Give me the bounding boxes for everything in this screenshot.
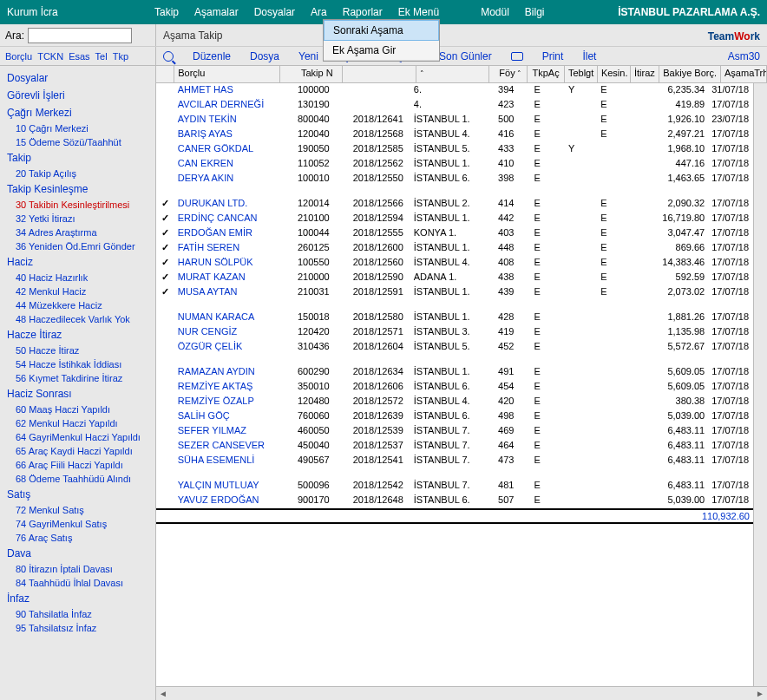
sidebar-hdr[interactable]: Dava [0, 545, 155, 562]
row-check[interactable]: ✓ [156, 212, 174, 226]
sidebar-item[interactable]: 90 Tahsilatla İnfaz [0, 607, 155, 621]
menu-ekmenu[interactable]: Ek Menü [398, 6, 439, 18]
col-teblgt[interactable]: Teblgt [565, 66, 598, 82]
filter-borclu[interactable]: Borçlu [5, 51, 32, 62]
row-name[interactable]: ERDİNÇ CANCAN [174, 212, 278, 226]
row-name[interactable]: DERYA AKIN [174, 172, 278, 186]
row-check[interactable] [156, 380, 174, 395]
table-row[interactable]: YAVUZ ERDOĞAN9001702018/12648İSTANBUL 6.… [156, 494, 753, 508]
sidebar-hdr[interactable]: Görevli İşleri [0, 87, 155, 104]
row-check[interactable] [156, 311, 174, 325]
row-check[interactable] [156, 454, 174, 468]
row-name[interactable]: AYDIN TEKİN [174, 113, 278, 128]
col-foy[interactable]: Föy [489, 66, 528, 82]
row-name[interactable]: CAN EKREN [174, 157, 278, 172]
grid-body[interactable]: AHMET HAS1000006.394EYE6,235.3431/07/18A… [156, 83, 753, 686]
table-row[interactable]: REMZİYE AKTAŞ3500102018/12606İSTANBUL 6.… [156, 380, 753, 395]
table-row[interactable]: ✓MUSA AYTAN2100312018/12591İSTANBUL 1.43… [156, 285, 753, 300]
row-name[interactable]: ÖZGÜR ÇELİK [174, 340, 278, 355]
toolbar-yeni[interactable]: Yeni [298, 50, 318, 62]
row-name[interactable]: AHMET HAS [174, 83, 278, 98]
print-icon[interactable] [511, 52, 523, 61]
toolbar-ilet[interactable]: İlet [582, 50, 596, 62]
sidebar-item[interactable]: 76 Araç Satış [0, 531, 155, 545]
table-row[interactable]: CANER GÖKDAL1900502018/12585İSTANBUL 5.4… [156, 142, 753, 157]
menu-dosyalar[interactable]: Dosyalar [254, 6, 295, 18]
sidebar-hdr[interactable]: Haciz Sonrası [0, 385, 155, 402]
menu-asamalar[interactable]: Aşamalar [194, 6, 239, 18]
sidebar-hdr[interactable]: İnfaz [0, 590, 155, 607]
table-row[interactable]: AYDIN TEKİN8000402018/12641İSTANBUL 1.50… [156, 113, 753, 128]
row-name[interactable]: REMZİYE AKTAŞ [174, 380, 278, 395]
sidebar-item[interactable]: 84 Taahhüdü İhlal Davası [0, 576, 155, 590]
sidebar-hdr[interactable]: Haciz [0, 253, 155, 271]
table-row[interactable]: AVCILAR DERNEĞİ1301904.423EE419.8917/07/… [156, 98, 753, 113]
sidebar-item[interactable]: 10 Çağrı Merkezi [0, 121, 155, 135]
row-check[interactable]: ✓ [156, 256, 174, 271]
table-row[interactable]: RAMAZAN AYDIN6002902018/12634İSTANBUL 1.… [156, 365, 753, 380]
sidebar-item[interactable]: 80 İtirazın İptali Davası [0, 562, 155, 576]
sidebar-item[interactable]: 54 Hacze İstihkak İddiası [0, 357, 155, 371]
toolbar-dosya[interactable]: Dosya [250, 50, 279, 62]
menu-modul[interactable]: Modül [481, 6, 509, 18]
table-row[interactable]: ✓FATİH SEREN2601252018/12600İSTANBUL 1.4… [156, 241, 753, 256]
table-row[interactable]: CAN EKREN1100522018/12562İSTANBUL 1.410E… [156, 157, 753, 172]
sidebar-item[interactable]: 50 Hacze İtiraz [0, 343, 155, 357]
row-check[interactable] [156, 98, 174, 113]
table-row[interactable]: SÜHA ESEMENLİ4905672018/12541İSTANBUL 7.… [156, 454, 753, 468]
dropdown-sonraki-asama[interactable]: Sonraki Aşama [324, 20, 439, 41]
col-kesin[interactable]: Kesin. [598, 66, 631, 82]
row-check[interactable] [156, 409, 174, 424]
col-itiraz[interactable]: İtiraz [631, 66, 659, 82]
row-name[interactable]: REMZİYE ÖZALP [174, 395, 278, 409]
row-name[interactable]: SEFER YILMAZ [174, 424, 278, 439]
sidebar-item[interactable]: 62 Menkul Haczi Yapıldı [0, 416, 155, 430]
toolbar-duzenle[interactable]: Düzenle [193, 50, 231, 62]
col-dosya[interactable] [343, 66, 416, 82]
scroll-right-icon[interactable]: ► [753, 689, 767, 698]
col-tkpac[interactable]: TkpAç [528, 66, 565, 82]
row-check[interactable]: ✓ [156, 271, 174, 285]
row-name[interactable]: NUMAN KARACA [174, 311, 278, 325]
row-name[interactable]: SEZER CANSEVER [174, 439, 278, 454]
sidebar-item[interactable]: 40 Haciz Hazırlık [0, 271, 155, 285]
sidebar-hdr[interactable]: Takip Kesinleşme [0, 180, 155, 198]
sidebar-item[interactable]: 32 Yetki İtirazı [0, 212, 155, 226]
horizontal-scrollbar[interactable]: ◄ ► [156, 686, 767, 700]
row-name[interactable]: NUR CENGİZ [174, 325, 278, 340]
table-row[interactable]: NUMAN KARACA1500182018/12580İSTANBUL 1.4… [156, 311, 753, 325]
row-check[interactable] [156, 424, 174, 439]
sidebar-item[interactable]: 95 Tahsilatsız İnfaz [0, 621, 155, 635]
table-row[interactable]: NUR CENGİZ1204202018/12571İSTANBUL 3.419… [156, 325, 753, 340]
row-check[interactable] [156, 142, 174, 157]
col-check[interactable] [156, 66, 174, 82]
row-check[interactable] [156, 128, 174, 142]
row-name[interactable]: YALÇIN MUTLUAY [174, 479, 278, 494]
row-check[interactable] [156, 365, 174, 380]
row-name[interactable]: BARIŞ AYAS [174, 128, 278, 142]
row-name[interactable]: FATİH SEREN [174, 241, 278, 256]
col-mud[interactable] [416, 66, 490, 82]
row-check[interactable] [156, 494, 174, 508]
row-check[interactable] [156, 479, 174, 494]
sidebar-item[interactable]: 56 Kıymet Takdirine İtiraz [0, 371, 155, 385]
sidebar-item[interactable]: 60 Maaş Haczi Yapıldı [0, 402, 155, 416]
table-row[interactable]: AHMET HAS1000006.394EYE6,235.3431/07/18 [156, 83, 753, 98]
sidebar-item[interactable]: 64 GayriMenkul Haczi Yapıldı [0, 430, 155, 444]
table-row[interactable]: REMZİYE ÖZALP1204802018/12572İSTANBUL 4.… [156, 395, 753, 409]
row-check[interactable]: ✓ [156, 285, 174, 300]
sidebar-item[interactable]: 44 Müzekkere Haciz [0, 298, 155, 312]
row-name[interactable]: SALİH GÖÇ [174, 409, 278, 424]
col-bakiye[interactable]: Bakiye Borç. [659, 66, 721, 82]
toolbar-songunler[interactable]: Son Günler [439, 50, 492, 62]
row-check[interactable] [156, 157, 174, 172]
sidebar-item[interactable]: 66 Araç Fiili Haczi Yapıldı [0, 458, 155, 472]
filter-tkp[interactable]: Tkp [113, 51, 128, 62]
menu-takip[interactable]: Takip [154, 6, 179, 18]
menu-raporlar[interactable]: Raporlar [343, 6, 383, 18]
menu-ara[interactable]: Ara [311, 6, 327, 18]
row-name[interactable]: SÜHA ESEMENLİ [174, 454, 278, 468]
table-row[interactable]: SALİH GÖÇ7600602018/12639İSTANBUL 6.498E… [156, 409, 753, 424]
sidebar-item[interactable]: 68 Ödeme Taahhüdü Alındı [0, 472, 155, 486]
sidebar-hdr[interactable]: Dosyalar [0, 69, 155, 87]
